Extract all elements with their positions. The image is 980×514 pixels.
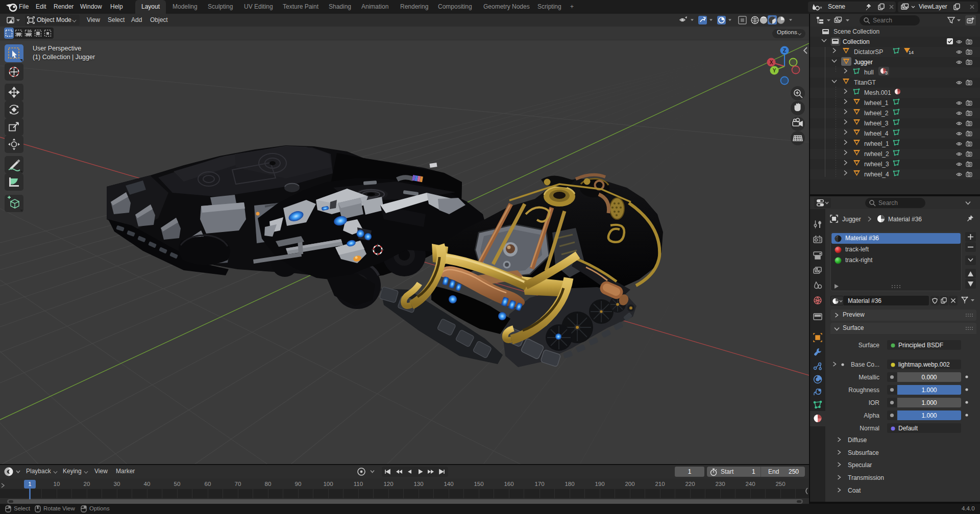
svg-text:220: 220 (685, 481, 695, 487)
svg-text:lwheel_4: lwheel_4 (864, 130, 889, 137)
svg-text:Scene Collection: Scene Collection (834, 28, 879, 35)
svg-text:230: 230 (715, 481, 725, 487)
svg-text:150: 150 (474, 481, 483, 487)
svg-text:160: 160 (504, 481, 513, 487)
svg-text:lwheel_1: lwheel_1 (864, 99, 889, 107)
svg-text:190: 190 (595, 481, 604, 487)
svg-text:110: 110 (354, 481, 363, 487)
svg-text:130: 130 (413, 481, 423, 487)
svg-text:TitanGT: TitanGT (854, 79, 876, 86)
svg-text:Jugger: Jugger (854, 59, 873, 66)
svg-text:rwheel_1: rwheel_1 (864, 140, 889, 147)
svg-text:240: 240 (745, 481, 755, 487)
svg-text:Z: Z (783, 48, 786, 54)
svg-text:rwheel_2: rwheel_2 (864, 150, 889, 158)
svg-text:40: 40 (144, 481, 151, 487)
svg-text:50: 50 (174, 481, 181, 487)
svg-text:Y: Y (773, 68, 776, 73)
svg-text:rwheel_3: rwheel_3 (864, 161, 889, 168)
svg-text:170: 170 (534, 481, 544, 487)
svg-text:rwheel_4: rwheel_4 (864, 171, 889, 178)
svg-text:60: 60 (205, 481, 211, 487)
svg-text:30: 30 (114, 481, 120, 487)
svg-text:lwheel_2: lwheel_2 (864, 110, 889, 117)
svg-text:lwheel_3: lwheel_3 (864, 120, 889, 127)
svg-text:90: 90 (295, 481, 302, 487)
svg-text:100: 100 (323, 481, 333, 487)
svg-text:140: 140 (444, 481, 453, 487)
svg-text:210: 210 (655, 481, 665, 487)
svg-text:Collection: Collection (843, 38, 870, 45)
svg-text:20: 20 (84, 481, 90, 487)
svg-text:X: X (770, 60, 773, 65)
svg-text:hull: hull (864, 69, 874, 76)
svg-text:70: 70 (235, 481, 241, 487)
svg-text:80: 80 (265, 481, 272, 487)
svg-text:250: 250 (775, 481, 785, 487)
svg-text:120: 120 (383, 481, 393, 487)
svg-text:14: 14 (909, 50, 914, 55)
svg-text:180: 180 (565, 481, 574, 487)
svg-text:200: 200 (625, 481, 634, 487)
svg-text:10: 10 (54, 481, 60, 487)
svg-text:Mesh.001: Mesh.001 (864, 89, 891, 96)
svg-text:DictatorSP: DictatorSP (854, 48, 883, 56)
svg-text:3: 3 (885, 70, 888, 75)
